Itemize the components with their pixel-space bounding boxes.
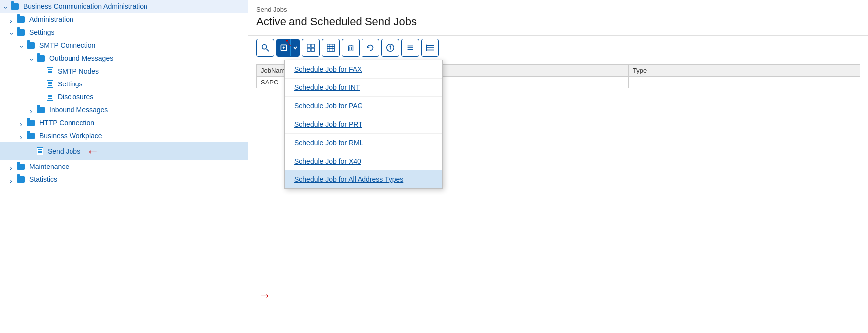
tree-item-administration[interactable]: Administration [0, 13, 248, 26]
search-button[interactable] [256, 39, 274, 57]
dropdown-item-x40[interactable]: Schedule Job for X40 [285, 152, 442, 170]
arrow-sendjobs: ← [86, 145, 99, 158]
cell-type [629, 77, 860, 88]
tree-label-smtpsettings: Settings [58, 80, 83, 88]
list2-button[interactable] [421, 39, 439, 57]
folder-icon-maintenance [17, 164, 27, 170]
tree-label-sendjobs: Send Jobs [48, 147, 80, 155]
info-button[interactable] [381, 39, 399, 57]
tree-item-outbound[interactable]: Outbound Messages [0, 52, 248, 65]
chevron-smtp [20, 43, 25, 48]
tree-item-maintenance[interactable]: Maintenance [0, 160, 248, 173]
arrow-dropdown-bottom: → [258, 288, 271, 303]
folder-icon-smtp [27, 42, 37, 49]
dropdown-item-all[interactable]: Schedule Job for All Address Types [285, 170, 442, 188]
svg-rect-7 [307, 48, 310, 51]
tree-item-disclosures[interactable]: Disclosures [0, 90, 248, 103]
dropdown-item-fax[interactable]: Schedule Job for FAX [285, 60, 442, 79]
chevron-admin [10, 17, 15, 22]
panel-header: Send Jobs Active and Scheduled Send Jobs [248, 0, 868, 36]
chevron-outbound [30, 56, 35, 61]
svg-rect-9 [327, 44, 334, 51]
tree-label-bca: Business Communication Administration [23, 2, 147, 10]
doc-icon-smtpnodes [47, 67, 55, 75]
doc-icon-sendjobs [37, 147, 45, 155]
chevron-bca [4, 4, 9, 9]
new-button-main[interactable] [277, 39, 290, 56]
folder-icon-settings [17, 29, 27, 36]
folder-icon-inbound [37, 107, 47, 113]
svg-rect-14 [349, 46, 353, 51]
dropdown-item-int[interactable]: Schedule Job for INT [285, 79, 442, 97]
dropdown-item-prt[interactable]: Schedule Job for PRT [285, 115, 442, 134]
chevron-settings [10, 30, 15, 35]
tree-label-admin: Administration [29, 15, 73, 23]
tree-item-bizwp[interactable]: Business Workplace [0, 129, 248, 142]
tree-item-statistics[interactable]: Statistics [0, 173, 248, 186]
svg-point-0 [262, 45, 267, 49]
detail-button[interactable] [302, 39, 320, 57]
svg-rect-6 [311, 44, 314, 47]
tree-item-smtp[interactable]: SMTP Connection [0, 39, 248, 52]
tree-label-settings: Settings [29, 28, 55, 36]
folder-icon-admin [17, 16, 27, 23]
tree-label-inbound: Inbound Messages [49, 106, 108, 114]
tree-item-bca[interactable]: Business Communication Administration [0, 0, 248, 13]
chevron-http [20, 120, 25, 125]
refresh-button[interactable] [362, 39, 379, 57]
dropdown-item-pag[interactable]: Schedule Job for PAG [285, 97, 442, 115]
panel-heading: Active and Scheduled Send Jobs [256, 15, 860, 28]
delete-button[interactable] [342, 39, 360, 57]
list1-button[interactable] [401, 39, 419, 57]
tree-label-maintenance: Maintenance [29, 163, 69, 170]
folder-icon-bizwp [27, 133, 37, 139]
chevron-maintenance [10, 164, 15, 169]
col-type: Type [629, 65, 860, 77]
chevron-inbound [30, 107, 35, 112]
tree-label-smtpnodes: SMTP Nodes [58, 67, 99, 75]
tree-label-bizwp: Business Workplace [39, 132, 102, 140]
tree-item-inbound[interactable]: Inbound Messages [0, 103, 248, 116]
folder-icon-bca [11, 3, 21, 10]
doc-icon-smtpsettings [47, 80, 55, 88]
new-dropdown-chevron[interactable] [290, 39, 299, 56]
new-dropdown-button[interactable] [276, 39, 300, 57]
svg-point-19 [390, 46, 390, 46]
folder-icon-outbound [37, 55, 47, 62]
panel-breadcrumb: Send Jobs [256, 6, 860, 13]
tree-item-settings[interactable]: Settings [0, 26, 248, 39]
dropdown-item-rml[interactable]: Schedule Job for RML [285, 134, 442, 152]
chevron-bizwp [20, 133, 25, 138]
tree-label-outbound: Outbound Messages [49, 54, 113, 62]
tree-item-sendjobs[interactable]: Send Jobs ← [0, 142, 248, 160]
folder-icon-http [27, 120, 37, 126]
tree-item-smtpsettings[interactable]: Settings [0, 78, 248, 90]
tree-item-http[interactable]: HTTP Connection [0, 116, 248, 129]
doc-icon-disclosures [47, 93, 55, 101]
svg-rect-5 [307, 44, 310, 47]
tree-item-smtpnodes[interactable]: SMTP Nodes [0, 65, 248, 78]
chevron-statistics [10, 177, 15, 182]
dropdown-menu: Schedule Job for FAX Schedule Job for IN… [284, 60, 443, 189]
tree-label-smtp: SMTP Connection [39, 41, 95, 49]
tree-label-http: HTTP Connection [39, 119, 94, 127]
tree-navigation: Business Communication Administration Ad… [0, 0, 248, 333]
svg-line-1 [267, 49, 269, 52]
main-content-panel: Send Jobs Active and Scheduled Send Jobs [248, 0, 868, 333]
tree-label-disclosures: Disclosures [58, 93, 93, 101]
toolbar: ← [248, 36, 868, 60]
tree-label-statistics: Statistics [29, 175, 57, 183]
grid-button[interactable] [322, 39, 340, 57]
folder-icon-statistics [17, 176, 27, 183]
svg-rect-8 [311, 48, 314, 51]
